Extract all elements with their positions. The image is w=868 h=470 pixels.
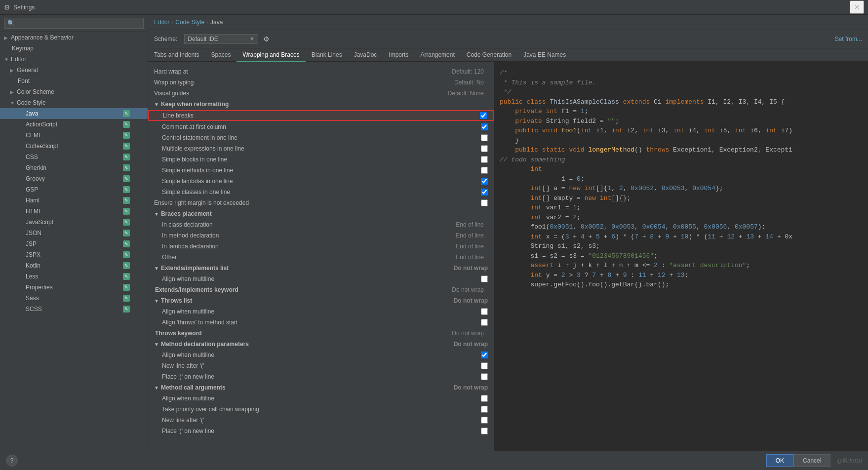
- ensure-margin-checkbox[interactable]: [481, 199, 488, 206]
- search-input[interactable]: [4, 18, 144, 29]
- extends-align-checkbox[interactable]: [481, 275, 488, 282]
- method-decl-place-checkbox[interactable]: [481, 373, 488, 380]
- sidebar-item-gsp[interactable]: GSP✎: [0, 184, 148, 195]
- breadcrumb-editor[interactable]: Editor: [154, 19, 169, 26]
- tab-javadoc[interactable]: JavaDoc: [348, 48, 383, 62]
- throws-list-header[interactable]: ▼ Throws list Do not wrap: [148, 295, 494, 306]
- code-line: foo1(0x0051, 0x0052, 0x0053, 0x0054, 0x0…: [500, 222, 862, 232]
- ok-button[interactable]: OK: [766, 454, 793, 467]
- sidebar-item-json[interactable]: JSON✎: [0, 228, 148, 238]
- code-line: int var2 = 2;: [500, 213, 862, 223]
- scheme-dropdown[interactable]: Default IDE ▼: [184, 34, 258, 44]
- braces-placement-header[interactable]: ▼ Braces placement: [148, 208, 494, 219]
- simple-classes-checkbox[interactable]: [481, 189, 488, 196]
- ensure-margin-row: Ensure right margin is not exceeded: [148, 197, 494, 208]
- tab-wrapping[interactable]: Wrapping and Braces: [237, 48, 305, 62]
- json-label: JSON: [26, 230, 121, 236]
- color-scheme-label: Color Scheme: [17, 88, 138, 95]
- html-label: HTML: [26, 208, 121, 215]
- wrap-typing-row: Wrap on typing Default: No: [148, 77, 494, 88]
- method-decl-place-row: Place ')' on new line: [148, 371, 494, 382]
- tab-imports[interactable]: Imports: [383, 48, 414, 62]
- throws-method-start-row: Align 'throws' to method start: [148, 317, 494, 328]
- control-stmt-checkbox[interactable]: [481, 134, 488, 141]
- sidebar: ▶Appearance & BehaviorKeymap▼Editor▶Gene…: [0, 15, 148, 451]
- multiple-expr-checkbox[interactable]: [481, 145, 488, 152]
- sidebar-item-properties[interactable]: Properties✎: [0, 282, 148, 293]
- simple-blocks-checkbox[interactable]: [481, 156, 488, 163]
- sidebar-item-sass[interactable]: Sass✎: [0, 293, 148, 304]
- method-decl-newline-checkbox[interactable]: [481, 362, 488, 369]
- sidebar-item-gherkin[interactable]: Gherkin✎: [0, 162, 148, 173]
- tab-arrangement[interactable]: Arrangement: [414, 48, 460, 62]
- set-from-link[interactable]: Set from...: [835, 36, 862, 42]
- call-priority-row: Take priority over call chain wrapping: [148, 404, 494, 415]
- sidebar-item-general[interactable]: ▶General: [0, 65, 148, 76]
- simple-methods-checkbox[interactable]: [481, 167, 488, 174]
- cfml-label: CFML: [26, 132, 121, 139]
- dialog-content: ▶Appearance & BehaviorKeymap▼Editor▶Gene…: [0, 15, 868, 451]
- call-align-checkbox[interactable]: [481, 395, 488, 402]
- other-row: Other End of line: [148, 252, 494, 263]
- sidebar-item-jspx[interactable]: JSPX✎: [0, 249, 148, 260]
- sidebar-item-jsp[interactable]: JSP✎: [0, 238, 148, 249]
- sidebar-item-font[interactable]: Font: [0, 76, 148, 86]
- wrap-typing-value: Default: No: [438, 79, 488, 86]
- method-call-args-header[interactable]: ▼ Method call arguments Do not wrap: [148, 382, 494, 393]
- actionscript-badge: ✎: [123, 121, 130, 128]
- sidebar-item-coffeescript[interactable]: CoffeeScript✎: [0, 141, 148, 152]
- sidebar-item-kotlin[interactable]: Kotlin✎: [0, 260, 148, 271]
- sidebar-item-html[interactable]: HTML✎: [0, 206, 148, 217]
- in-lambda-decl-label: In lambda declaration: [162, 243, 438, 250]
- in-class-decl-row: In class declaration End of line: [148, 219, 494, 230]
- method-decl-align-checkbox[interactable]: [481, 352, 488, 358]
- throws-method-start-checkbox[interactable]: [481, 319, 488, 326]
- tab-java-ee[interactable]: Java EE Names: [517, 48, 572, 62]
- scheme-value: Default IDE: [188, 36, 246, 42]
- gear-button[interactable]: ⚙: [262, 34, 271, 44]
- sidebar-item-color-scheme[interactable]: ▶Color Scheme: [0, 86, 148, 97]
- extends-list-header[interactable]: ▼ Extends/implements list Do not wrap: [148, 263, 494, 274]
- comment-first-col-checkbox[interactable]: [481, 123, 488, 130]
- call-align-row: Align when multiline: [148, 393, 494, 404]
- breadcrumb-codestyle[interactable]: Code Style: [175, 19, 204, 26]
- sidebar-item-scss[interactable]: SCSS✎: [0, 304, 148, 314]
- simple-lambdas-checkbox[interactable]: [481, 178, 488, 185]
- sidebar-item-editor[interactable]: ▼Editor: [0, 54, 148, 65]
- tab-blank-lines[interactable]: Blank Lines: [306, 48, 348, 62]
- scss-badge: ✎: [123, 306, 130, 313]
- sidebar-item-groovy[interactable]: Groovy✎: [0, 173, 148, 184]
- call-newline-checkbox[interactable]: [481, 417, 488, 424]
- extends-list-value: Do not wrap: [454, 265, 488, 272]
- sidebar-item-less[interactable]: Less✎: [0, 271, 148, 282]
- code-line: * This is a sample file.: [500, 78, 862, 88]
- simple-blocks-row: Simple blocks in one line: [148, 154, 494, 165]
- sidebar-item-cfml[interactable]: CFML✎: [0, 130, 148, 141]
- code-preview: /* * This is a sample file. */ public cl…: [494, 62, 868, 451]
- line-breaks-checkbox[interactable]: [480, 112, 487, 119]
- simple-classes-label: Simple classes in one line: [162, 189, 481, 196]
- tab-tabs-indents[interactable]: Tabs and Indents: [148, 48, 205, 62]
- call-priority-checkbox[interactable]: [481, 406, 488, 413]
- throws-align-checkbox[interactable]: [481, 308, 488, 315]
- tab-code-generation[interactable]: Code Generation: [461, 48, 517, 62]
- method-decl-params-header[interactable]: ▼ Method declaration parameters Do not w…: [148, 339, 494, 350]
- sidebar-item-java[interactable]: Java✎: [0, 108, 148, 119]
- sidebar-item-keymap[interactable]: Keymap: [0, 43, 148, 54]
- call-place-checkbox[interactable]: [481, 428, 488, 434]
- css-label: CSS: [26, 154, 121, 160]
- help-button[interactable]: ?: [6, 455, 18, 467]
- code-line: /*: [500, 68, 862, 78]
- haml-badge: ✎: [123, 197, 130, 204]
- close-button[interactable]: ✕: [850, 0, 864, 14]
- sidebar-item-css[interactable]: CSS✎: [0, 152, 148, 162]
- keep-reformatting-header[interactable]: ▼ Keep when reformatting: [148, 99, 494, 110]
- line-breaks-label: Line breaks: [163, 112, 480, 119]
- tab-spaces[interactable]: Spaces: [205, 48, 237, 62]
- sidebar-item-appearance[interactable]: ▶Appearance & Behavior: [0, 32, 148, 43]
- sidebar-item-actionscript[interactable]: ActionScript✎: [0, 119, 148, 130]
- sidebar-item-javascript[interactable]: JavaScript✎: [0, 217, 148, 228]
- sidebar-item-haml[interactable]: Haml✎: [0, 195, 148, 206]
- sidebar-item-code-style[interactable]: ▼Code Style: [0, 97, 148, 108]
- cancel-button[interactable]: Cancel: [793, 454, 830, 467]
